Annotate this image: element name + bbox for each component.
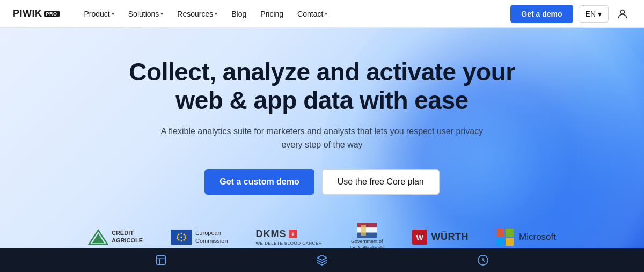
nav-item-pricing[interactable]: Pricing	[255, 6, 289, 21]
svg-point-6	[185, 236, 186, 238]
hero-content: Collect, analyze and activate your web &…	[118, 58, 526, 223]
get-custom-demo-button[interactable]: Get a custom demo	[204, 169, 314, 195]
logo-european-commission: EuropeanCommission	[171, 229, 228, 245]
svg-point-5	[177, 236, 179, 238]
svg-point-8	[184, 233, 185, 235]
logo-microsoft: Microsoft	[496, 229, 556, 246]
navbar: PIWIK PRO Product ▾ Solutions ▾ Resource…	[0, 0, 644, 28]
dkms-subtext: WE DELETE BLOOD CANCER	[256, 241, 322, 246]
hero-title: Collect, analyze and activate your web &…	[129, 58, 515, 115]
svg-point-14	[185, 238, 186, 239]
language-selector[interactable]: EN ▾	[579, 5, 609, 23]
feature-icon-2	[316, 254, 328, 266]
svg-rect-28	[157, 256, 166, 265]
hero-buttons: Get a custom demo Use the free Core plan	[129, 169, 515, 195]
dkms-wordmark: DKMS	[256, 229, 287, 240]
logo-wurth: W WÜRTH	[412, 230, 469, 245]
svg-point-11	[177, 235, 178, 236]
logo-dkms: DKMS + WE DELETE BLOOD CANCER	[256, 229, 322, 246]
svg-rect-26	[496, 238, 504, 246]
svg-point-4	[181, 240, 182, 241]
nav-item-solutions[interactable]: Solutions ▾	[123, 6, 169, 21]
svg-point-9	[178, 239, 180, 240]
svg-rect-19	[357, 233, 377, 238]
nav-item-product[interactable]: Product ▾	[79, 6, 120, 21]
svg-text:W: W	[416, 233, 423, 242]
chevron-down-icon: ▾	[112, 11, 114, 17]
svg-rect-27	[506, 238, 514, 246]
user-account-icon[interactable]	[614, 5, 631, 23]
nav-item-resources[interactable]: Resources ▾	[172, 6, 223, 21]
feature-icon-3	[477, 254, 489, 266]
nav-item-blog[interactable]: Blog	[226, 6, 252, 21]
chevron-down-icon: ▾	[325, 11, 327, 17]
partner-logos: CRÉDITAGRICOLE	[88, 223, 556, 251]
feature-icon-1	[155, 254, 167, 266]
svg-point-0	[620, 10, 624, 13]
svg-rect-25	[506, 229, 514, 237]
svg-rect-24	[496, 229, 504, 237]
logo[interactable]: PIWIK PRO	[13, 8, 60, 19]
svg-point-7	[178, 233, 180, 235]
logo-pro-badge: PRO	[44, 11, 60, 17]
chevron-down-icon: ▾	[598, 10, 602, 18]
hero-subtitle: A flexible analytics suite for marketers…	[156, 124, 488, 152]
svg-point-12	[185, 235, 186, 236]
logo-wordmark: PIWIK	[13, 8, 42, 19]
hero-section: Collect, analyze and activate your web &…	[0, 28, 644, 272]
logo-credit-agricole: CRÉDITAGRICOLE	[88, 229, 143, 245]
use-core-plan-button[interactable]: Use the free Core plan	[322, 169, 440, 195]
microsoft-wordmark: Microsoft	[519, 232, 556, 242]
svg-point-3	[181, 232, 182, 234]
svg-point-2	[181, 236, 182, 238]
chevron-down-icon: ▾	[215, 11, 217, 17]
svg-rect-18	[357, 227, 377, 232]
bottom-features-bar	[0, 248, 644, 272]
svg-point-13	[177, 238, 178, 239]
get-demo-button[interactable]: Get a demo	[510, 5, 573, 23]
logo-government-nl: ♛ Government ofthe Netherlands	[350, 223, 384, 251]
credit-agricole-text: CRÉDITAGRICOLE	[112, 230, 143, 244]
svg-point-10	[184, 239, 185, 240]
nav-item-contact[interactable]: Contact ▾	[292, 6, 333, 21]
svg-text:+: +	[291, 231, 295, 237]
nav-actions: Get a demo EN ▾	[510, 5, 631, 23]
svg-rect-20	[361, 225, 366, 236]
wurth-wordmark: WÜRTH	[431, 231, 469, 242]
nav-links: Product ▾ Solutions ▾ Resources ▾ Blog P…	[79, 6, 511, 21]
european-commission-text: EuropeanCommission	[195, 229, 228, 245]
chevron-down-icon: ▾	[160, 11, 163, 17]
